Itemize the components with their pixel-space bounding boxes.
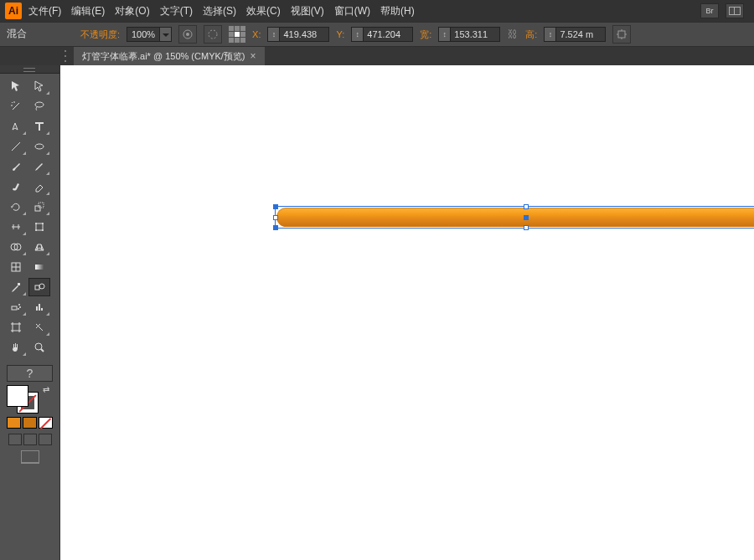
y-input[interactable] [363, 27, 413, 42]
svg-point-23 [18, 308, 19, 310]
hand-tool[interactable] [5, 338, 27, 357]
selection-bbox [275, 206, 754, 229]
recolor-icon[interactable] [204, 25, 222, 44]
transform-icon[interactable] [612, 25, 631, 44]
tool-mode-label: 混合 [7, 27, 27, 41]
color-mode-gradient[interactable] [23, 417, 37, 429]
svg-rect-18 [35, 285, 39, 290]
x-input[interactable] [279, 27, 329, 42]
blend-tool[interactable] [28, 278, 50, 296]
menu-object[interactable]: 对象(O) [111, 3, 152, 20]
menu-window[interactable]: 窗口(W) [331, 3, 374, 20]
x-label: X: [252, 29, 261, 39]
ellipse-tool[interactable] [28, 137, 50, 156]
menu-edit[interactable]: 编辑(E) [68, 3, 108, 20]
bridge-button[interactable]: Br [700, 3, 719, 18]
eraser-tool[interactable] [28, 177, 50, 196]
eyedropper-tool[interactable] [5, 278, 27, 296]
y-stepper-icon[interactable]: ↕ [351, 27, 363, 42]
w-input[interactable] [450, 27, 500, 42]
document-tab[interactable]: 灯管字体临摹.ai* @ 150% (CMYK/预览) × [74, 47, 265, 65]
y-label: Y: [336, 29, 344, 39]
workspace-layout-button[interactable] [726, 3, 744, 18]
line-tool[interactable] [5, 137, 27, 156]
svg-point-25 [35, 343, 42, 350]
reference-point-selector[interactable] [229, 26, 245, 43]
svg-point-1 [186, 33, 189, 36]
menu-file[interactable]: 文件(F) [25, 3, 65, 20]
width-tool[interactable] [5, 218, 27, 236]
w-stepper-icon[interactable]: ↕ [438, 27, 450, 42]
symbol-sprayer-tool[interactable] [5, 298, 27, 316]
magic-wand-tool[interactable] [5, 97, 27, 116]
gradient-tool[interactable] [28, 258, 50, 276]
draw-mode-normal[interactable] [8, 434, 22, 445]
h-label: 高: [525, 28, 537, 41]
pencil-tool[interactable] [28, 157, 50, 176]
svg-point-22 [19, 306, 21, 308]
menu-type[interactable]: 文字(T) [157, 3, 196, 20]
document-tabstrip: 灯管字体临摹.ai* @ 150% (CMYK/预览) × [0, 47, 754, 65]
direct-selection-tool[interactable] [28, 77, 50, 95]
color-mode-none[interactable] [39, 417, 53, 429]
pen-tool[interactable] [5, 117, 27, 136]
style-target-icon[interactable] [178, 25, 197, 44]
opacity-dropdown[interactable] [160, 27, 172, 42]
menu-view[interactable]: 视图(V) [287, 3, 328, 20]
lasso-tool[interactable] [28, 97, 50, 116]
color-mode-color[interactable] [7, 417, 21, 429]
document-tab-label: 灯管字体临摹.ai* @ 150% (CMYK/预览) [82, 50, 245, 63]
svg-rect-6 [35, 206, 40, 211]
menu-help[interactable]: 帮助(H) [377, 3, 418, 20]
type-tool[interactable] [28, 117, 50, 136]
blob-brush-tool[interactable] [5, 177, 27, 196]
h-input[interactable] [555, 27, 606, 42]
fill-stroke-control[interactable]: ⇄ [7, 385, 53, 414]
svg-point-9 [35, 223, 37, 224]
zoom-tool[interactable] [28, 338, 50, 357]
artboard-tool[interactable] [5, 318, 27, 337]
column-graph-tool[interactable] [28, 298, 50, 316]
canvas[interactable] [60, 65, 754, 560]
svg-point-2 [209, 30, 217, 39]
menu-select[interactable]: 选择(S) [199, 3, 240, 20]
w-label: 宽: [420, 28, 431, 41]
paintbrush-tool[interactable] [5, 157, 27, 176]
selection-tool[interactable] [5, 77, 27, 95]
scale-tool[interactable] [28, 198, 50, 216]
perspective-grid-tool[interactable] [28, 238, 50, 256]
draw-mode-inside[interactable] [39, 434, 52, 445]
menubar: Ai 文件(F) 编辑(E) 对象(O) 文字(T) 选择(S) 效果(C) 视… [0, 0, 754, 22]
screen-mode-button[interactable] [21, 450, 39, 464]
tool-panel-grip[interactable] [0, 65, 59, 74]
svg-point-21 [18, 304, 20, 306]
artboard [60, 65, 754, 560]
svg-rect-17 [18, 283, 20, 285]
shape-builder-tool[interactable] [5, 238, 27, 256]
swap-fill-stroke-icon[interactable]: ⇄ [43, 385, 49, 394]
link-wh-icon[interactable]: ⛓ [507, 27, 519, 42]
rotate-tool[interactable] [5, 198, 27, 216]
tab-grip-icon[interactable] [60, 49, 70, 64]
draw-mode-behind[interactable] [23, 434, 37, 445]
svg-point-4 [35, 102, 44, 107]
tool-panel: ? ⇄ [0, 65, 60, 560]
opacity-label: 不透明度: [80, 28, 120, 41]
svg-point-10 [42, 223, 44, 224]
document-tab-close[interactable]: × [250, 50, 256, 62]
fill-swatch[interactable] [7, 385, 28, 407]
svg-rect-7 [39, 203, 44, 208]
tool-help-button[interactable]: ? [7, 365, 53, 382]
menu-effect[interactable]: 效果(C) [243, 3, 284, 20]
options-bar: 不透明度: X: ↕ Y: ↕ 宽: ↕ ⛓ 高: ↕ [0, 22, 754, 47]
slice-tool[interactable] [28, 318, 50, 337]
h-stepper-icon[interactable]: ↕ [544, 27, 555, 42]
opacity-input[interactable] [127, 27, 160, 42]
svg-rect-24 [13, 324, 19, 331]
free-transform-tool[interactable] [28, 218, 50, 236]
mesh-tool[interactable] [5, 258, 27, 276]
x-stepper-icon[interactable]: ↕ [267, 27, 279, 42]
svg-point-11 [35, 229, 37, 231]
app-logo: Ai [5, 3, 22, 19]
svg-point-5 [35, 144, 44, 149]
